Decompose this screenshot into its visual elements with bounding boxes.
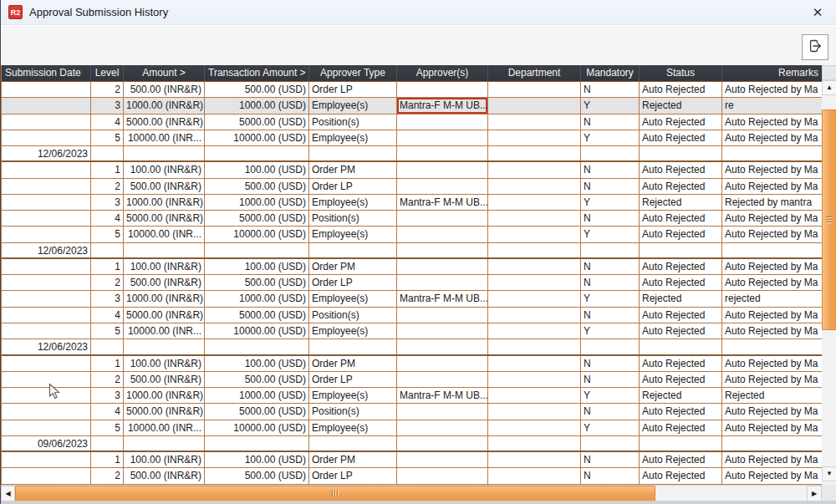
cell-mandatory[interactable]: Y xyxy=(581,420,640,435)
cell-approver[interactable] xyxy=(397,146,488,160)
cell-remarks[interactable]: Auto Rejected by Ma xyxy=(722,259,822,274)
cell-date[interactable] xyxy=(2,98,91,113)
cell-type[interactable]: Order PM xyxy=(309,452,397,467)
table-row[interactable]: 510000.00 (INR...10000.00 (USD)Employee(… xyxy=(2,227,822,242)
cell-level[interactable]: 1 xyxy=(91,452,124,467)
cell-remarks[interactable] xyxy=(722,146,822,160)
cell-approver[interactable] xyxy=(397,404,488,419)
cell-remarks[interactable]: Auto Rejected by Ma xyxy=(722,468,822,483)
cell-date[interactable] xyxy=(2,308,91,323)
cell-mandatory[interactable]: N xyxy=(581,211,640,226)
cell-remarks[interactable]: Auto Rejected by Ma xyxy=(722,179,822,194)
cell-level[interactable]: 1 xyxy=(91,356,124,371)
table-row[interactable]: 2500.00 (INR&R)500.00 (USD)Order LPNAuto… xyxy=(2,82,822,98)
cell-dept[interactable] xyxy=(488,146,581,160)
column-header-remarks[interactable]: Remarks xyxy=(722,65,822,81)
cell-approver[interactable] xyxy=(397,436,488,451)
cell-dept[interactable] xyxy=(488,227,581,242)
cell-dept[interactable] xyxy=(488,162,581,177)
cell-type[interactable]: Order LP xyxy=(309,82,397,97)
cell-approver[interactable]: Mantra-F M-M UB... xyxy=(397,195,488,210)
cell-remarks[interactable]: Auto Rejected by Ma xyxy=(722,162,822,177)
cell-mandatory[interactable] xyxy=(581,339,640,354)
cell-type[interactable]: Employee(s) xyxy=(309,195,397,210)
cell-date[interactable]: 12/06/2023 xyxy=(2,339,91,354)
cell-amount[interactable] xyxy=(124,436,205,451)
cell-status[interactable]: Auto Rejected xyxy=(640,211,722,226)
table-row[interactable]: 2500.00 (INR&R)500.00 (USD)Order LPNAuto… xyxy=(2,468,822,484)
cell-txn[interactable]: 10000.00 (USD) xyxy=(205,420,309,435)
cell-level[interactable]: 4 xyxy=(91,115,124,130)
cell-mandatory[interactable]: N xyxy=(581,404,640,419)
cell-approver[interactable] xyxy=(397,420,488,435)
cell-date[interactable] xyxy=(2,452,91,467)
cell-mandatory[interactable]: N xyxy=(581,179,640,194)
scroll-right-icon[interactable]: ▶ xyxy=(807,486,822,501)
cell-date[interactable] xyxy=(2,82,91,97)
cell-txn[interactable]: 1000.00 (USD) xyxy=(205,291,309,306)
cell-date[interactable] xyxy=(2,115,91,130)
cell-amount[interactable]: 100.00 (INR&R) xyxy=(124,356,205,371)
cell-txn[interactable]: 1000.00 (USD) xyxy=(205,388,309,403)
cell-txn[interactable]: 500.00 (USD) xyxy=(205,179,309,194)
cell-status[interactable]: Rejected xyxy=(640,195,722,210)
cell-approver[interactable]: Mantra-F M-M UB... xyxy=(397,98,488,113)
cell-dept[interactable] xyxy=(488,404,581,419)
cell-level[interactable]: 1 xyxy=(91,162,124,177)
cell-status[interactable]: Auto Rejected xyxy=(640,82,722,97)
cell-remarks[interactable]: Auto Rejected by Ma xyxy=(722,275,822,290)
cell-level[interactable] xyxy=(91,339,124,354)
cell-date[interactable] xyxy=(2,259,91,274)
cell-type[interactable]: Employee(s) xyxy=(309,323,397,339)
column-header-status[interactable]: Status xyxy=(640,65,722,81)
cell-mandatory[interactable] xyxy=(581,436,640,451)
cell-amount[interactable]: 500.00 (INR&R) xyxy=(124,179,205,194)
cell-remarks[interactable]: Auto Rejected by Ma xyxy=(722,323,822,339)
cell-amount[interactable]: 500.00 (INR&R) xyxy=(124,275,205,290)
cell-dept[interactable] xyxy=(488,179,581,194)
cell-txn[interactable]: 500.00 (USD) xyxy=(205,372,309,387)
cell-level[interactable]: 4 xyxy=(91,404,124,419)
cell-remarks[interactable]: Auto Rejected by Ma xyxy=(722,115,822,130)
cell-date[interactable] xyxy=(2,211,91,226)
cell-mandatory[interactable] xyxy=(581,146,640,160)
cell-dept[interactable] xyxy=(488,388,581,403)
date-row[interactable]: 12/06/2023 xyxy=(2,146,822,162)
column-header-amount[interactable]: Amount > xyxy=(124,65,205,81)
cell-dept[interactable] xyxy=(488,275,581,290)
cell-status[interactable]: Rejected xyxy=(640,291,722,306)
cell-type[interactable]: Position(s) xyxy=(309,211,397,226)
date-row[interactable]: 12/06/2023 xyxy=(2,339,822,355)
cell-date[interactable] xyxy=(2,179,91,194)
cell-type[interactable]: Employee(s) xyxy=(309,98,397,113)
cell-type[interactable] xyxy=(309,146,397,160)
cell-mandatory[interactable]: N xyxy=(581,452,640,467)
table-row[interactable]: 45000.00 (INR&R)5000.00 (USD)Position(s)… xyxy=(2,115,822,130)
cell-txn[interactable] xyxy=(205,339,309,354)
column-header-mandatory[interactable]: Mandatory xyxy=(581,65,640,81)
cell-status[interactable]: Auto Rejected xyxy=(640,275,722,290)
cell-remarks[interactable] xyxy=(722,243,822,257)
cell-date[interactable] xyxy=(2,275,91,290)
cell-level[interactable]: 4 xyxy=(91,211,124,226)
cell-type[interactable]: Order LP xyxy=(309,179,397,194)
cell-remarks[interactable]: Auto Rejected by Ma xyxy=(722,130,822,145)
cell-status[interactable]: Auto Rejected xyxy=(640,404,722,419)
cell-status[interactable]: Auto Rejected xyxy=(640,115,722,130)
cell-mandatory[interactable]: N xyxy=(581,115,640,130)
cell-type[interactable]: Order LP xyxy=(309,372,397,387)
cell-dept[interactable] xyxy=(488,356,581,371)
cell-type[interactable]: Employee(s) xyxy=(309,130,397,145)
cell-approver[interactable] xyxy=(397,130,488,145)
cell-approver[interactable] xyxy=(397,82,488,97)
cell-level[interactable]: 5 xyxy=(91,130,124,145)
cell-date[interactable] xyxy=(2,356,91,371)
cell-txn[interactable]: 10000.00 (USD) xyxy=(205,227,309,242)
cell-amount[interactable]: 500.00 (INR&R) xyxy=(124,82,205,97)
table-row[interactable]: 45000.00 (INR&R)5000.00 (USD)Position(s)… xyxy=(2,211,822,227)
cell-status[interactable]: Auto Rejected xyxy=(640,130,722,145)
cell-amount[interactable]: 1000.00 (INR&R) xyxy=(124,98,205,113)
table-row[interactable]: 1100.00 (INR&R)100.00 (USD)Order PMNAuto… xyxy=(2,162,822,178)
cell-approver[interactable] xyxy=(397,243,488,257)
cell-level[interactable]: 2 xyxy=(91,372,124,387)
